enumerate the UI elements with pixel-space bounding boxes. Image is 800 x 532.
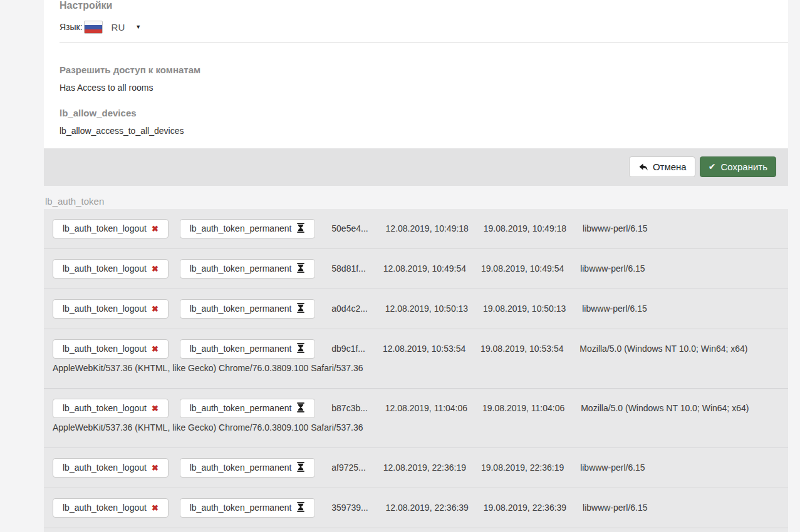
token-logout-button[interactable]: lb_auth_token_logout✖ <box>53 498 169 518</box>
main-column: Настройки Язык: RU ▼ Разрешить доступ к … <box>44 0 788 532</box>
token-row: lb_auth_token_logout✖ lb_auth_token_perm… <box>44 488 788 528</box>
language-label: Язык: <box>60 22 83 32</box>
token-permanent-label: lb_auth_token_permanent <box>190 223 292 233</box>
token-row: lb_auth_token_logout✖ lb_auth_token_perm… <box>44 209 788 249</box>
logout-x-icon: ✖ <box>152 224 158 233</box>
token-expires-date: 19.08.2019, 10:50:13 <box>483 299 566 319</box>
token-value: db9c1f... <box>331 339 365 359</box>
token-permanent-button[interactable]: lb_auth_token_permanent <box>180 259 316 279</box>
save-button-label: Сохранить <box>720 160 767 173</box>
token-permanent-button[interactable]: lb_auth_token_permanent <box>180 458 316 478</box>
token-row: lb_auth_token_logout✖ lb_auth_token_perm… <box>44 448 788 488</box>
token-logout-label: lb_auth_token_logout <box>63 503 147 513</box>
undo-arrow-icon <box>638 161 648 172</box>
token-row: lb_auth_token_logout✖ lb_auth_token_perm… <box>44 289 788 329</box>
settings-title: Настройки <box>60 1 772 11</box>
rooms-access-heading: Разрешить доступ к комнатам <box>60 64 772 75</box>
token-row: lb_auth_token_logout✖ lb_auth_token_perm… <box>44 329 788 389</box>
hourglass-icon <box>296 402 305 412</box>
token-permanent-button[interactable]: lb_auth_token_permanent <box>180 299 316 319</box>
token-expires-date: 19.08.2019, 10:53:54 <box>481 339 563 359</box>
hourglass-icon <box>296 343 305 353</box>
token-created-date: 12.08.2019, 11:04:06 <box>385 399 467 418</box>
language-value: RU <box>112 22 125 33</box>
token-logout-label: lb_auth_token_logout <box>63 263 147 274</box>
token-permanent-label: lb_auth_token_permanent <box>190 463 292 473</box>
page: Настройки Язык: RU ▼ Разрешить доступ к … <box>0 0 800 532</box>
token-expires-date: 19.08.2019, 10:49:18 <box>484 219 566 238</box>
token-created-date: 12.08.2019, 10:50:13 <box>385 299 468 319</box>
cancel-button[interactable]: Отмена <box>629 156 695 177</box>
token-created-date: 12.08.2019, 10:53:54 <box>383 339 465 359</box>
token-user-agent: libwww-perl/6.15 <box>583 223 647 233</box>
hourglass-icon <box>296 223 305 233</box>
hourglass-icon <box>296 462 305 472</box>
rooms-access-value: Has Access to all rooms <box>60 83 772 93</box>
token-created-date: 12.08.2019, 22:36:19 <box>383 458 466 478</box>
token-logout-label: lb_auth_token_logout <box>63 344 147 354</box>
allow-devices-value: lb_allow_access_to_all_devices <box>60 126 772 136</box>
token-permanent-label: lb_auth_token_permanent <box>190 403 292 413</box>
form-actions-bar: Отмена ✔ Сохранить <box>44 148 788 186</box>
token-permanent-label: lb_auth_token_permanent <box>190 503 292 513</box>
allow-devices-heading: lb_allow_devices <box>60 108 772 118</box>
token-permanent-label: lb_auth_token_permanent <box>190 304 292 314</box>
save-button[interactable]: ✔ Сохранить <box>700 156 776 177</box>
token-user-agent: libwww-perl/6.15 <box>583 503 647 513</box>
token-expires-date: 19.08.2019, 11:04:06 <box>482 399 564 418</box>
token-expires-date: 19.08.2019, 10:49:54 <box>481 259 564 279</box>
token-logout-label: lb_auth_token_logout <box>63 304 147 314</box>
token-logout-button[interactable]: lb_auth_token_logout✖ <box>53 339 169 359</box>
token-value: af9725... <box>331 458 366 478</box>
token-permanent-label: lb_auth_token_permanent <box>190 263 292 274</box>
token-permanent-button[interactable]: lb_auth_token_permanent <box>180 219 316 238</box>
token-permanent-button[interactable]: lb_auth_token_permanent <box>180 339 316 359</box>
logout-x-icon: ✖ <box>152 463 158 473</box>
token-user-agent: libwww-perl/6.15 <box>580 263 645 274</box>
token-row: lb_auth_token_logout✖ lb_auth_token_perm… <box>44 249 788 289</box>
token-logout-label: lb_auth_token_logout <box>63 223 147 233</box>
token-logout-button[interactable]: lb_auth_token_logout✖ <box>53 259 169 279</box>
hourglass-icon <box>296 263 305 273</box>
logout-x-icon: ✖ <box>152 503 158 513</box>
token-value: 359739... <box>331 498 368 518</box>
token-value: 58d81f... <box>331 259 366 279</box>
token-created-date: 12.08.2019, 10:49:18 <box>386 219 469 238</box>
token-permanent-button[interactable]: lb_auth_token_permanent <box>180 498 316 518</box>
check-icon: ✔ <box>709 160 716 173</box>
token-permanent-button[interactable]: lb_auth_token_permanent <box>180 399 316 418</box>
hourglass-icon <box>296 502 305 512</box>
settings-panel: Настройки Язык: RU ▼ Разрешить доступ к … <box>44 0 788 148</box>
token-created-date: 12.08.2019, 10:49:54 <box>383 259 466 279</box>
token-logout-label: lb_auth_token_logout <box>63 463 147 473</box>
russia-flag-icon <box>84 21 103 34</box>
logout-x-icon: ✖ <box>152 304 158 314</box>
token-created-date: 12.08.2019, 22:36:39 <box>386 498 469 518</box>
token-expires-date: 19.08.2019, 22:36:39 <box>484 498 566 518</box>
auth-token-section-label: lb_auth_token <box>45 196 788 207</box>
token-user-agent: libwww-perl/6.15 <box>582 304 647 314</box>
token-logout-button[interactable]: lb_auth_token_logout✖ <box>53 219 169 238</box>
token-permanent-label: lb_auth_token_permanent <box>190 344 292 354</box>
language-selector[interactable]: Язык: RU ▼ <box>60 20 772 34</box>
token-value: a0d4c2... <box>331 299 368 319</box>
token-row: lb_auth_token_logout✖ lb_auth_token_perm… <box>44 389 788 448</box>
logout-x-icon: ✖ <box>152 404 158 413</box>
token-value: b87c3b... <box>331 399 368 418</box>
cancel-button-label: Отмена <box>653 160 687 173</box>
auth-token-list: lb_auth_token_logout✖ lb_auth_token_perm… <box>44 209 788 532</box>
token-logout-button[interactable]: lb_auth_token_logout✖ <box>53 299 169 319</box>
token-logout-button[interactable]: lb_auth_token_logout✖ <box>53 399 169 418</box>
token-expires-date: 19.08.2019, 22:36:19 <box>481 458 564 478</box>
logout-x-icon: ✖ <box>152 264 158 274</box>
hourglass-icon <box>296 303 305 313</box>
token-logout-label: lb_auth_token_logout <box>63 403 147 413</box>
chevron-down-icon[interactable]: ▼ <box>135 24 141 30</box>
logout-x-icon: ✖ <box>152 344 158 354</box>
divider <box>60 43 788 43</box>
token-user-agent: libwww-perl/6.15 <box>580 463 645 473</box>
token-logout-button[interactable]: lb_auth_token_logout✖ <box>53 458 169 478</box>
token-value: 50e5e4... <box>331 219 368 238</box>
